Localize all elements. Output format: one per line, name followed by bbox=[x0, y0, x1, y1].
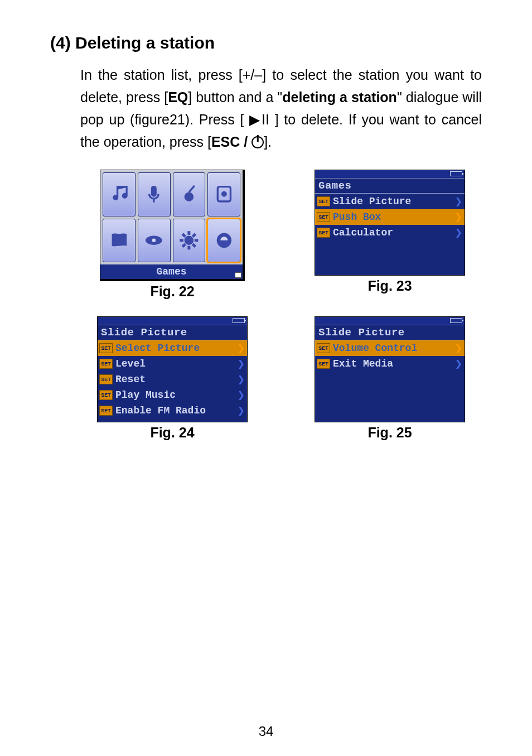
mic-icon bbox=[138, 172, 171, 216]
menu-item[interactable]: SETReset❯ bbox=[98, 372, 247, 387]
battery-icon bbox=[233, 318, 245, 323]
menu-item-label: Exit Media bbox=[333, 358, 454, 369]
menu-item[interactable]: SETPush Box❯ bbox=[315, 209, 465, 225]
fig22-caption: Fig. 22 bbox=[150, 283, 194, 300]
menu-item[interactable]: SETLevel❯ bbox=[98, 356, 247, 372]
fig24-caption: Fig. 24 bbox=[150, 425, 194, 441]
menu-item-label: Volume Control bbox=[333, 343, 454, 354]
chevron-right-icon: ❯ bbox=[237, 357, 245, 372]
book-icon bbox=[103, 219, 136, 263]
menu-item-label: Reset bbox=[115, 374, 237, 385]
fig24-screen: Slide Picture SETSelect Picture❯SETLevel… bbox=[97, 316, 248, 422]
fig23-screen: Games SETSlide Picture❯SETPush Box❯SETCa… bbox=[315, 170, 465, 276]
chevron-right-icon: ❯ bbox=[454, 210, 462, 225]
para-text: ] button and a " bbox=[188, 89, 282, 105]
games-icon bbox=[207, 219, 240, 263]
screen-title: Slide Picture bbox=[315, 325, 465, 340]
fig23-caption: Fig. 23 bbox=[367, 278, 412, 294]
section-paragraph: In the station list, press [+/–] to sele… bbox=[80, 64, 482, 153]
chevron-right-icon: ❯ bbox=[454, 357, 462, 372]
menu-item[interactable]: SETCalculator❯ bbox=[315, 225, 465, 240]
set-icon: SET bbox=[99, 343, 113, 353]
set-icon: SET bbox=[99, 359, 113, 369]
svg-point-7 bbox=[152, 238, 156, 242]
section-heading: (4) Deleting a station bbox=[50, 33, 482, 52]
deleting-station-label: deleting a station bbox=[282, 89, 397, 105]
chevron-right-icon: ❯ bbox=[237, 372, 245, 387]
set-icon: SET bbox=[99, 374, 113, 384]
svg-rect-0 bbox=[151, 186, 157, 197]
screen-title: Games bbox=[315, 179, 465, 194]
menu-item[interactable]: SETPlay Music❯ bbox=[98, 387, 247, 403]
chevron-right-icon: ❯ bbox=[454, 194, 462, 209]
svg-line-16 bbox=[192, 234, 195, 237]
menu-item[interactable]: SETEnable FM Radio❯ bbox=[98, 403, 247, 418]
para-text: ]. bbox=[264, 134, 272, 150]
set-icon: SET bbox=[317, 343, 330, 353]
gear-icon bbox=[173, 219, 206, 263]
esc-label: ESC / bbox=[211, 134, 252, 150]
power-icon bbox=[252, 136, 264, 148]
chevron-right-icon: ❯ bbox=[237, 341, 245, 356]
menu-item-label: Slide Picture bbox=[333, 196, 454, 207]
chevron-right-icon: ❯ bbox=[454, 225, 462, 240]
menu-item[interactable]: SETSelect Picture❯ bbox=[98, 340, 247, 356]
set-icon: SET bbox=[99, 406, 113, 416]
radio-icon bbox=[173, 172, 206, 216]
fig25-caption: Fig. 25 bbox=[367, 425, 412, 441]
menu-item-label: Calculator bbox=[333, 227, 454, 238]
scrollbar-handle bbox=[235, 272, 241, 278]
play-pause-label: ▶II bbox=[249, 112, 269, 127]
eye-icon bbox=[138, 219, 171, 263]
menu-item[interactable]: SETExit Media❯ bbox=[315, 356, 465, 372]
grid-label: Games bbox=[100, 264, 243, 279]
battery-icon bbox=[450, 171, 462, 176]
fig22-screen: Games bbox=[100, 170, 245, 281]
music-icon bbox=[103, 172, 136, 216]
set-icon: SET bbox=[317, 359, 330, 369]
set-icon: SET bbox=[99, 390, 113, 400]
menu-item[interactable]: SETSlide Picture❯ bbox=[315, 194, 465, 209]
chevron-right-icon: ❯ bbox=[237, 388, 245, 403]
set-icon: SET bbox=[317, 228, 330, 238]
menu-item-label: Push Box bbox=[333, 211, 454, 223]
svg-line-15 bbox=[182, 244, 185, 247]
screen-title: Slide Picture bbox=[98, 325, 247, 340]
svg-line-14 bbox=[192, 244, 195, 247]
svg-point-5 bbox=[221, 191, 227, 197]
svg-point-2 bbox=[185, 192, 194, 202]
menu-item-label: Level bbox=[115, 358, 237, 369]
svg-line-13 bbox=[182, 234, 185, 237]
menu-item-label: Select Picture bbox=[115, 343, 237, 354]
svg-point-8 bbox=[185, 235, 194, 245]
menu-item-label: Play Music bbox=[115, 389, 237, 401]
battery-icon bbox=[450, 318, 462, 323]
page-number: 34 bbox=[0, 724, 532, 739]
card-icon bbox=[207, 172, 240, 216]
menu-item-label: Enable FM Radio bbox=[115, 405, 237, 416]
chevron-right-icon: ❯ bbox=[237, 403, 245, 418]
fig25-screen: Slide Picture SETVolume Control❯SETExit … bbox=[315, 316, 465, 422]
menu-item[interactable]: SETVolume Control❯ bbox=[315, 340, 465, 356]
eq-button-label: EQ bbox=[168, 89, 188, 105]
set-icon: SET bbox=[317, 196, 330, 206]
chevron-right-icon: ❯ bbox=[454, 341, 462, 356]
set-icon: SET bbox=[317, 212, 330, 222]
svg-line-3 bbox=[189, 186, 195, 192]
